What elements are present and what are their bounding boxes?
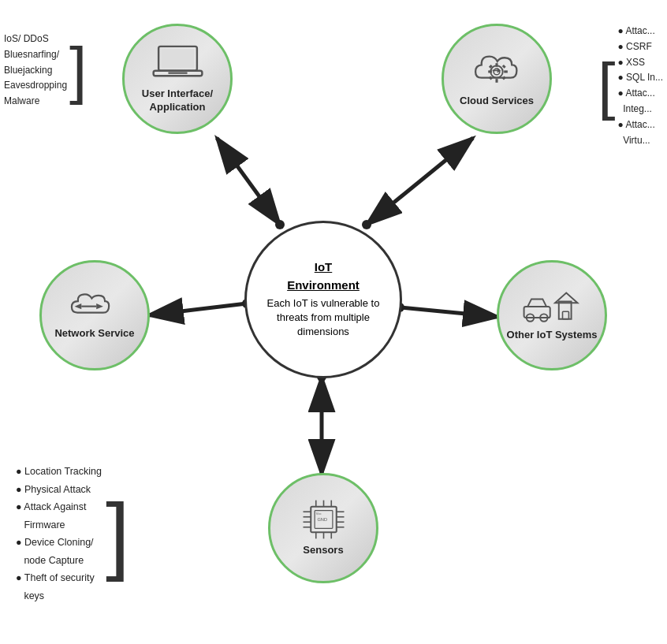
center-circle: IoT Environment Each IoT is vulnerable t… [244,221,402,378]
cloud-icon [469,50,524,90]
svg-marker-28 [75,303,82,309]
svg-rect-16 [168,72,187,73]
svg-rect-26 [502,76,506,80]
bracket-left: [ [598,59,615,113]
svg-point-17 [490,65,502,77]
svg-rect-24 [502,64,506,68]
annotation-left: IoS/ DDoS Bluesnarfing/ Bluejacking Eave… [4,32,87,110]
annotation-right: [ ● Attac... ● CSRF ● XSS ● SQL In... ● … [598,24,663,148]
svg-rect-14 [161,49,194,68]
annotation-left-item-4: Eavesdropping [4,78,67,94]
annotation-left-item-2: Bluesnarfing/ [4,47,67,63]
node-network: Network Service [39,260,150,370]
svg-point-9 [362,220,371,229]
annotation-right-text: ● Attac... ● CSRF ● XSS ● SQL In... ● At… [618,24,664,148]
node-iot-label: Other IoT Systems [507,329,598,342]
node-iot: Other IoT Systems [497,260,607,370]
node-sensors-label: Sensors [303,544,343,557]
iot-systems-icon [523,288,582,324]
center-title2: Environment [287,278,360,292]
svg-text:GND: GND [317,517,327,522]
bl-item-3: ● Attack Against Firmware [16,498,102,534]
svg-rect-30 [524,307,550,318]
svg-line-6 [400,307,498,317]
sensor-icon: GND Vcc [298,500,349,539]
node-ui-label: User Interface/ Application [125,87,230,114]
node-cloud: Cloud Services [442,24,552,134]
node-network-label: Network Service [54,327,134,341]
annotation-bottom-left: ● Location Tracking ● Physical Attack ● … [16,463,130,605]
svg-rect-21 [488,70,492,73]
svg-marker-33 [558,302,571,319]
annotation-left-item-1: IoS/ DDoS [4,32,67,47]
right-item-4: ● SQL In... [618,70,664,86]
bracket-bottom-right: ] [106,463,130,605]
bl-item-5: ● Theft of security keys [16,569,102,605]
annotation-left-text: IoS/ DDoS Bluesnarfing/ Bluejacking Eave… [4,32,67,110]
annotation-left-item-3: Bluejacking [4,63,67,79]
svg-text:Vcc: Vcc [315,512,321,516]
svg-rect-35 [562,311,568,318]
laptop-icon [152,43,203,83]
svg-rect-19 [495,63,497,67]
right-item-6: ● Attac... Virtu... [618,117,664,149]
center-body: Each IoT is vulnerable to threats from m… [259,296,388,340]
node-ui: User Interface/ Application [122,24,233,134]
svg-marker-29 [96,303,103,309]
bl-item-1: ● Location Tracking [16,463,102,481]
right-item-1: ● Attac... [618,24,664,39]
network-icon [67,291,122,322]
bl-item-4: ● Device Cloning/ node Capture [16,534,102,569]
right-item-2: ● CSRF [618,39,664,55]
annotation-left-item-5: Malware [4,94,67,110]
bracket-right: ] [69,43,87,97]
svg-rect-22 [504,70,508,73]
node-cloud-label: Cloud Services [460,95,534,108]
svg-line-5 [148,303,247,315]
right-item-5: ● Attac... Integ... [618,86,664,117]
svg-rect-25 [489,76,493,80]
bottom-left-text: ● Location Tracking ● Physical Attack ● … [16,463,102,605]
svg-line-3 [217,138,280,225]
svg-rect-20 [495,79,497,83]
node-sensors: GND Vcc Sensors [268,473,378,583]
right-item-3: ● XSS [618,55,664,71]
bl-item-2: ● Physical Attack [16,481,102,499]
svg-line-4 [367,138,473,225]
diagram-container: IoT Environment Each IoT is vulnerable t… [0,0,667,644]
svg-point-8 [275,220,285,229]
center-title: IoT [315,260,333,274]
